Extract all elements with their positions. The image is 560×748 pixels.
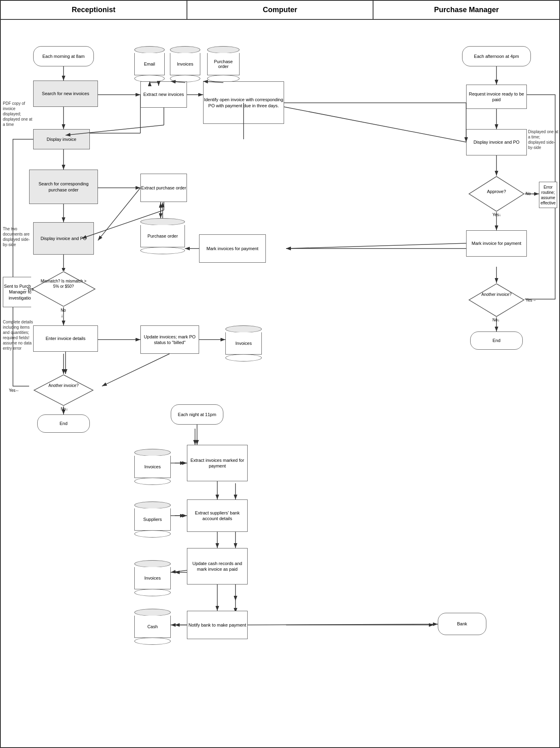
update-cash: Update cash records and mark invoice as … bbox=[187, 548, 248, 584]
invoices-db-bottom2: Invoices bbox=[134, 560, 171, 596]
yes-label-another-right: Yes→ bbox=[526, 298, 536, 302]
extract-invoices-payment: Extract invoices marked for payment bbox=[187, 445, 248, 481]
bank: Bank bbox=[438, 613, 486, 635]
identify-open-invoice: Identify open invoice with corresponding… bbox=[203, 81, 284, 124]
invoices-db-mid: Invoices bbox=[225, 325, 262, 361]
header-computer: Computer bbox=[187, 1, 374, 19]
lanes: Each morning at 8am Search for new invoi… bbox=[1, 20, 559, 747]
diagram-container: Receptionist Computer Purchase Manager bbox=[0, 0, 560, 748]
invoices-db-bottom: Invoices bbox=[134, 449, 171, 485]
display-invoice: Display invoice bbox=[33, 129, 90, 149]
cash-db: Cash bbox=[134, 609, 171, 645]
purchase-order-db-top: Purchase order bbox=[207, 46, 240, 82]
purchase-order-db-mid: Purchase order bbox=[140, 218, 185, 254]
request-invoice: Request invoice ready to be paid bbox=[466, 85, 527, 109]
approve-diamond: Approve? bbox=[468, 176, 525, 212]
end-left: End bbox=[37, 414, 90, 433]
yes-label-mismatch: ←Yes bbox=[23, 287, 34, 291]
search-corresponding-po: Search for corresponding purchase order bbox=[29, 170, 98, 204]
no-label-another-right: No↓ bbox=[492, 318, 500, 322]
suppliers-db: Suppliers bbox=[134, 502, 171, 538]
search-new-invoices: Search for new invoices bbox=[33, 81, 98, 107]
no-label-another-left: No↓ bbox=[61, 407, 68, 411]
header-receptionist: Receptionist bbox=[1, 1, 187, 19]
annotation-pdf: PDF copy of invoice displayed; displayed… bbox=[3, 101, 33, 127]
error-routine: Error routine; assume effective bbox=[539, 182, 557, 208]
notify-bank: Notify bank to make payment bbox=[187, 611, 248, 639]
annotation-complete: Complete details including items and qua… bbox=[3, 319, 33, 351]
another-invoice-right: Another invoice? bbox=[468, 283, 525, 317]
no-label-approve: No→ bbox=[526, 191, 535, 196]
mismatch-diamond: Mismatch? Is mismatch > 5% or $50? bbox=[31, 271, 96, 307]
update-invoices: Update invoices; mark PO status to "bill… bbox=[140, 325, 199, 354]
end-right: End bbox=[470, 332, 523, 350]
email-db: Email bbox=[134, 46, 165, 82]
svg-line-10 bbox=[98, 188, 140, 240]
svg-marker-43 bbox=[469, 284, 524, 317]
yes-label-another-left: Yes← bbox=[9, 388, 19, 393]
svg-line-30 bbox=[284, 107, 472, 143]
extract-purchase-order: Extract purchase order bbox=[140, 174, 187, 202]
another-invoice-left: Another invoice? bbox=[33, 374, 94, 406]
header-pm: Purchase Manager bbox=[373, 1, 559, 19]
no-arrow-mismatch: ↓ bbox=[61, 313, 63, 319]
extract-suppliers: Extract suppliers' bank account details bbox=[187, 499, 248, 532]
svg-marker-41 bbox=[34, 375, 93, 406]
annotation-twodocs: The two documents are displayed side-by-… bbox=[3, 226, 31, 247]
extract-new-invoices: Extract new invoices bbox=[140, 81, 187, 108]
header-row: Receptionist Computer Purchase Manager bbox=[1, 1, 559, 20]
yes-label-approve: Yes↓ bbox=[492, 212, 501, 217]
mark-invoices-payment: Mark invoices for payment bbox=[199, 234, 266, 263]
start-afternoon: Each afternoon at 4pm bbox=[462, 46, 531, 66]
mark-invoice-pm: Mark invoice for payment bbox=[466, 230, 527, 257]
annotation-side-by-side: Displayed one at a time; displayed side-… bbox=[528, 129, 558, 150]
invoices-db-top: Invoices bbox=[170, 46, 200, 82]
display-invoice-po-left: Display invoice and PO bbox=[33, 222, 94, 255]
display-invoice-po-right: Display invoice and PO bbox=[466, 129, 527, 155]
each-night: Each night at 11pm bbox=[171, 404, 223, 425]
no-label-mismatch: No bbox=[61, 308, 66, 312]
enter-invoice-details: Enter invoice details bbox=[33, 325, 98, 352]
start-morning: Each morning at 8am bbox=[33, 46, 94, 66]
